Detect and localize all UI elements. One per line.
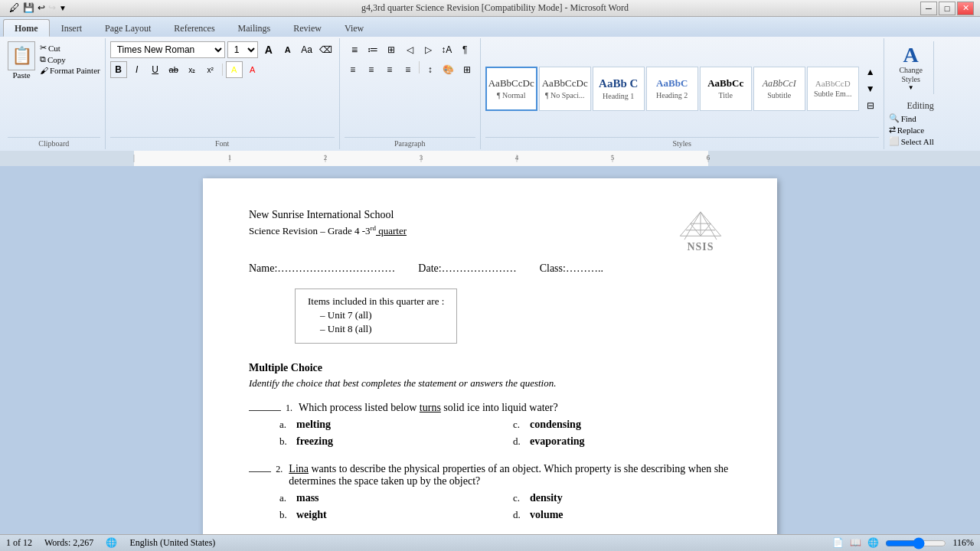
tab-insert[interactable]: Insert [50,19,93,37]
paste-button[interactable]: 📋 Paste [8,41,35,80]
view-normal-icon[interactable]: 📄 [832,537,844,549]
svg-rect-3 [708,151,980,166]
borders-button[interactable]: ⊞ [459,61,475,78]
line-spacing-button[interactable]: ↕ [422,61,439,78]
text-highlight-button[interactable]: A [226,61,243,78]
justify-button[interactable]: ≡ [400,61,416,78]
increase-font-button[interactable]: A [260,41,277,58]
style-title[interactable]: AaBbCc Title [700,67,752,111]
redo-button[interactable]: ↪ [48,2,56,14]
view-reading-icon[interactable]: 📖 [850,537,861,549]
question-1: 1. Which process listed below turns soli… [249,402,731,448]
close-button[interactable]: ✕ [957,2,974,15]
tab-view[interactable]: View [333,19,375,37]
style-heading1[interactable]: AaBb C Heading 1 [593,67,645,111]
svg-text:1: 1 [228,154,232,161]
align-left-button[interactable]: ≡ [345,61,361,78]
tab-page-layout[interactable]: Page Layout [93,19,162,37]
q2-answer-d: d. volume [513,509,731,521]
show-hide-button[interactable]: ¶ [456,41,473,58]
styles-more[interactable]: ⊟ [862,97,879,114]
subscript-button[interactable]: x₂ [184,61,201,78]
svg-text:6: 6 [707,154,710,161]
status-right: 📄 📖 🌐 116% [832,537,974,549]
select-icon: ⬜ [889,136,900,146]
items-unit7: – Unit 7 (all) [320,309,444,321]
copy-button[interactable]: ⧉ Copy [40,54,100,64]
undo-button[interactable]: ↩ [38,2,45,14]
shading-button[interactable]: 🎨 [440,61,457,78]
numbering-button[interactable]: ≔ [364,41,381,58]
view-web-icon[interactable]: 🌐 [867,537,879,549]
font-group: Times New Roman 1 A A Aa ⌫ B I U ab x₂ [106,38,340,149]
minimize-button[interactable]: ─ [920,2,937,15]
svg-text:5: 5 [611,154,615,161]
zoom-level: 116% [952,537,974,549]
clear-formatting-button[interactable]: ⌫ [318,41,335,58]
customize-button[interactable]: ▼ [59,4,67,12]
copy-icon: ⧉ [40,54,46,64]
find-button[interactable]: 🔍 Find [889,113,934,123]
bold-button[interactable]: B [110,61,127,78]
title-bar: 🖊 💾 ↩ ↪ ▼ g4,3rd quarter Science Revisio… [0,0,980,17]
q1-answer-d: d. evaporating [513,435,731,448]
style-normal[interactable]: AaBbCcDc ¶ Normal [485,67,537,111]
increase-indent-button[interactable]: ▷ [420,41,436,58]
section-subtitle: Identify the choice that best completes … [249,377,731,390]
style-subtitle[interactable]: AaBbCcI Subtitle [753,67,805,111]
multiple-choice-section: Multiple Choice Identify the choice that… [249,362,731,390]
select-button[interactable]: ⬜ Select All [889,136,934,146]
q1-answers: a. melting c. condensing b. freezing d. … [279,419,731,448]
format-painter-button[interactable]: 🖌 Format Painter [40,66,100,75]
tab-mailings[interactable]: Mailings [227,19,283,37]
italic-button[interactable]: I [129,61,145,78]
superscript-button[interactable]: x² [202,61,219,78]
svg-text:2: 2 [324,154,328,161]
maximize-button[interactable]: □ [939,2,956,15]
align-center-button[interactable]: ≡ [363,61,380,78]
items-header: Items included in this quarter are : [308,295,444,308]
decrease-font-button[interactable]: A [279,41,296,58]
change-styles-button[interactable]: A ChangeStyles ▼ [889,41,934,94]
zoom-slider[interactable] [885,539,946,548]
q2-num: 2. [276,464,283,475]
align-right-button[interactable]: ≡ [381,61,398,78]
q1-answer-c: c. condensing [513,419,731,431]
q2-text: Lina wants to describe the physical prop… [289,463,731,487]
decrease-indent-button[interactable]: ◁ [401,41,418,58]
section-title: Multiple Choice [249,362,731,374]
multilevel-list-button[interactable]: ⊞ [383,41,400,58]
style-no-spacing[interactable]: AaBbCcDc ¶ No Spaci... [539,67,591,111]
q2-answer-a: a. mass [279,492,498,504]
tab-review[interactable]: Review [282,19,333,37]
question-2: 2. Lina wants to describe the physical p… [249,463,731,521]
tab-home[interactable]: Home [3,19,50,37]
font-color-button[interactable]: A [244,61,261,78]
font-size-select[interactable]: 1 [227,41,258,58]
clipboard-label: Clipboard [8,137,100,148]
document-area[interactable]: New Sunrise International School Science… [0,166,980,551]
clipboard-group: 📋 Paste ✂ Cut ⧉ Copy 🖌 Format Painter [3,38,106,149]
style-subtle-emphasis[interactable]: AaBbCcD Subtle Em... [807,67,859,111]
page-count: 1 of 12 [6,537,32,549]
strikethrough-button[interactable]: ab [165,61,182,78]
cut-button[interactable]: ✂ Cut [40,43,100,53]
bullets-button[interactable]: ≡ [346,41,363,58]
window-title: g4,3rd quarter Science Revision [Compati… [70,2,920,14]
change-case-button[interactable]: Aa [299,41,315,58]
paragraph-label: Paragraph [345,137,475,148]
items-unit8: – Unit 8 (all) [320,323,444,335]
save-button[interactable]: 💾 [23,2,34,14]
font-name-select[interactable]: Times New Roman [110,41,225,58]
style-heading2[interactable]: AaBbC Heading 2 [646,67,698,111]
styles-scroll-up[interactable]: ▲ [862,64,879,80]
underline-button[interactable]: U [147,61,164,78]
q1-answer-a: a. melting [279,419,498,431]
styles-scroll-down[interactable]: ▼ [862,80,879,97]
tab-references[interactable]: References [162,19,226,37]
scissors-icon: ✂ [40,43,47,53]
logo-text: NSIS [687,241,714,253]
revision-title: Science Revision – Grade 4 -3rd quarter [249,224,407,237]
sort-button[interactable]: ↕A [438,41,455,58]
replace-button[interactable]: ⇄ Replace [889,125,934,135]
